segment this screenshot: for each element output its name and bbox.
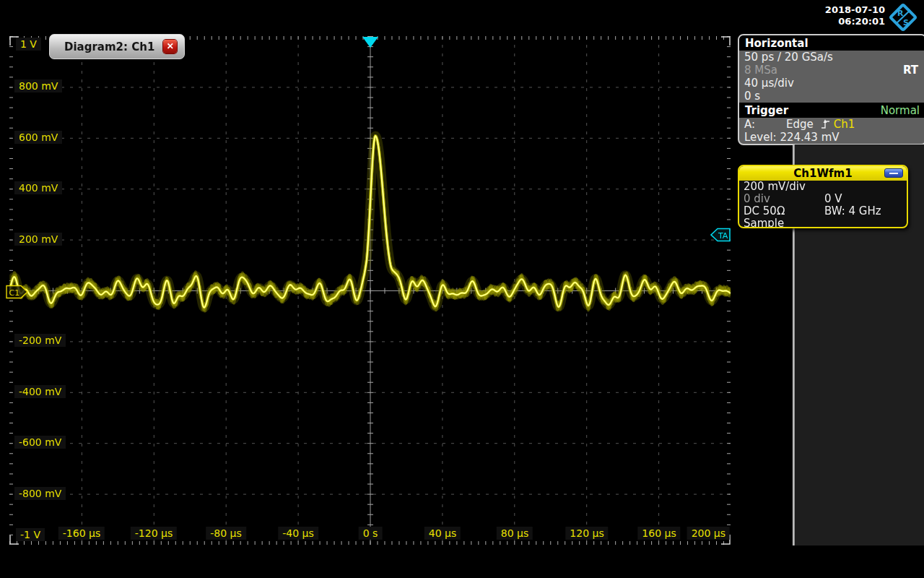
ch1-offset-div: 0 div: [744, 192, 770, 205]
ch1-waveform-panel-header[interactable]: Ch1Wfm1: [739, 166, 907, 181]
datetime-display: 2018-07-10 06:20:01: [825, 4, 885, 27]
x-axis-tick-label: 160 µs: [637, 527, 680, 540]
x-axis-tick-label: -80 µs: [206, 527, 246, 540]
time-label: 06:20:01: [825, 16, 885, 27]
channel-marker-label: C1: [9, 288, 20, 298]
x-axis-tick-label: 80 µs: [497, 527, 533, 540]
x-axis-tick-label: 0 s: [359, 527, 383, 540]
y-axis-tick-label: 200 mV: [14, 233, 62, 246]
diagram-area: [9, 36, 731, 545]
trigger-source: Ch1: [834, 118, 855, 131]
trigger-level-marker-label: TA: [718, 231, 728, 241]
date-label: 2018-07-10: [825, 4, 885, 16]
horizontal-acq-mode: RT: [903, 64, 918, 77]
ch1-decimation: Sample: [739, 217, 907, 228]
y-axis-tick-label: 800 mV: [14, 79, 62, 92]
x-axis-tick-label: -40 µs: [278, 527, 318, 540]
y-axis-tick-label: 600 mV: [14, 131, 62, 144]
trigger-type: Edge: [786, 118, 814, 131]
x-axis-tick-label: 200 µs: [687, 527, 730, 540]
logo-letter-r: R: [897, 9, 904, 18]
waveform-display[interactable]: [9, 36, 731, 545]
trigger-panel-header[interactable]: Trigger Normal: [739, 103, 924, 118]
horizontal-resolution: 50 ps / 20 GSa/s: [739, 51, 924, 64]
horizontal-panel-header[interactable]: Horizontal: [739, 35, 924, 51]
x-axis-tick-label: 120 µs: [565, 527, 608, 540]
logo-letter-s: S: [903, 18, 909, 27]
ch1-waveform-panel-title: Ch1Wfm1: [793, 167, 852, 180]
ch1-offset-volts: 0 V: [824, 193, 842, 205]
minimize-button[interactable]: [884, 168, 903, 178]
ch1-bandwidth: BW: 4 GHz: [824, 205, 881, 217]
trigger-position-marker[interactable]: [362, 37, 378, 48]
diagram-tab[interactable]: Diagram2: Ch1 ✕: [49, 34, 185, 59]
y-axis-tick-label: -400 mV: [14, 385, 66, 398]
y-axis-tick-label: -600 mV: [14, 436, 66, 449]
rising-edge-icon: [821, 118, 831, 130]
horizontal-timebase: 40 µs/div: [739, 77, 924, 90]
tab-close-button[interactable]: ✕: [163, 40, 177, 53]
channel-marker[interactable]: C1: [6, 285, 29, 299]
horizontal-trigger-panel[interactable]: Horizontal 50 ps / 20 GSa/s 8 MSa RT 40 …: [738, 34, 924, 145]
y-axis-max-label: 1 V: [16, 38, 41, 51]
ch1-scale: 200 mV/div: [739, 181, 907, 193]
x-axis-tick-label: -120 µs: [131, 527, 177, 540]
oscilloscope-screen: { "datetime": { "date": "2018-07-10", "t…: [0, 0, 924, 578]
y-axis-tick-label: 400 mV: [14, 181, 62, 194]
horizontal-record-length: 8 MSa: [744, 64, 777, 77]
diagram-tab-label: Diagram2: Ch1: [64, 40, 154, 53]
trigger-sequence-label: A:: [744, 118, 786, 131]
ch1-waveform-panel[interactable]: Ch1Wfm1 200 mV/div 0 div 0 V DC 50Ω BW: …: [738, 165, 908, 228]
x-axis-tick-label: 40 µs: [424, 527, 461, 540]
y-axis-tick-label: -200 mV: [14, 334, 66, 347]
trigger-mode: Normal: [881, 104, 920, 117]
y-axis-tick-label: -800 mV: [14, 487, 66, 500]
close-icon: ✕: [167, 41, 174, 51]
horizontal-position: 0 s: [739, 90, 924, 103]
trigger-level-marker[interactable]: TA: [710, 228, 731, 242]
x-axis-tick-label: -160 µs: [58, 527, 105, 540]
y-axis-min-label: -1 V: [16, 528, 45, 541]
ch1-coupling: DC 50Ω: [744, 204, 785, 217]
trigger-level: Level: 224.43 mV: [739, 131, 924, 144]
rohde-schwarz-logo: R S: [888, 2, 918, 33]
trigger-panel-title: Trigger: [745, 104, 788, 117]
horizontal-panel-title: Horizontal: [745, 37, 808, 50]
